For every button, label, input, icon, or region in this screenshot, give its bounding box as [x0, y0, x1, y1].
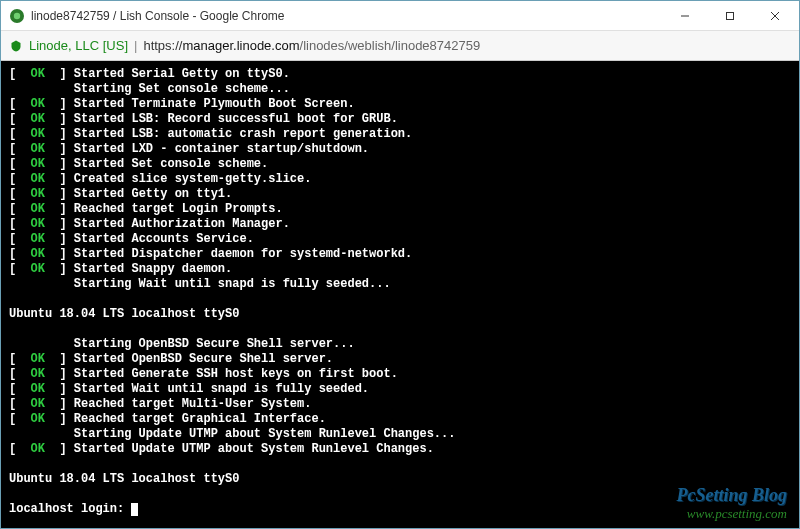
- svg-rect-3: [726, 12, 733, 19]
- terminal-line: [ OK ] Started Generate SSH host keys on…: [9, 367, 791, 382]
- terminal-line: [ OK ] Started Accounts Service.: [9, 232, 791, 247]
- terminal-line: Starting OpenBSD Secure Shell server...: [9, 337, 791, 352]
- terminal-line: [ OK ] Started Terminate Plymouth Boot S…: [9, 97, 791, 112]
- terminal-line: [ OK ] Reached target Graphical Interfac…: [9, 412, 791, 427]
- terminal-line: Starting Update UTMP about System Runlev…: [9, 427, 791, 442]
- terminal-line: [9, 487, 791, 502]
- terminal-line: [ OK ] Started Set console scheme.: [9, 157, 791, 172]
- terminal-line: [ OK ] Started LXD - container startup/s…: [9, 142, 791, 157]
- svg-point-1: [14, 12, 20, 18]
- window-titlebar: linode8742759 / Lish Console - Google Ch…: [1, 1, 799, 31]
- terminal-line: [ OK ] Started Update UTMP about System …: [9, 442, 791, 457]
- terminal-line: [ OK ] Started LSB: automatic crash repo…: [9, 127, 791, 142]
- terminal-line: [9, 292, 791, 307]
- lock-icon: [9, 39, 23, 53]
- window-controls: [662, 1, 797, 30]
- close-button[interactable]: [752, 1, 797, 30]
- terminal-line: [ OK ] Started OpenBSD Secure Shell serv…: [9, 352, 791, 367]
- terminal-line: Starting Wait until snapd is fully seede…: [9, 277, 791, 292]
- terminal-line: Ubuntu 18.04 LTS localhost ttyS0: [9, 472, 791, 487]
- terminal-line: [ OK ] Created slice system-getty.slice.: [9, 172, 791, 187]
- terminal-line: [9, 457, 791, 472]
- address-bar[interactable]: Linode, LLC [US] | https://manager.linod…: [1, 31, 799, 61]
- terminal-line: [ OK ] Started Dispatcher daemon for sys…: [9, 247, 791, 262]
- cursor: [131, 503, 138, 516]
- ev-cert-label: Linode, LLC [US]: [29, 38, 128, 53]
- terminal-line: [ OK ] Started LSB: Record successful bo…: [9, 112, 791, 127]
- terminal-line: Starting Set console scheme...: [9, 82, 791, 97]
- terminal-line: Ubuntu 18.04 LTS localhost ttyS0: [9, 307, 791, 322]
- minimize-button[interactable]: [662, 1, 707, 30]
- app-icon: [9, 8, 25, 24]
- terminal-line: localhost login:: [9, 502, 791, 517]
- window-title: linode8742759 / Lish Console - Google Ch…: [31, 9, 662, 23]
- terminal-line: [ OK ] Reached target Multi-User System.: [9, 397, 791, 412]
- terminal-line: [ OK ] Started Snappy daemon.: [9, 262, 791, 277]
- terminal-line: [ OK ] Started Authorization Manager.: [9, 217, 791, 232]
- terminal-line: [ OK ] Reached target Login Prompts.: [9, 202, 791, 217]
- terminal-line: [ OK ] Started Serial Getty on ttyS0.: [9, 67, 791, 82]
- terminal-line: [ OK ] Started Getty on tty1.: [9, 187, 791, 202]
- url-text: https://manager.linode.com/linodes/webli…: [143, 38, 480, 53]
- terminal-output[interactable]: [ OK ] Started Serial Getty on ttyS0. St…: [1, 61, 799, 528]
- terminal-line: [9, 322, 791, 337]
- url-separator: |: [134, 38, 137, 53]
- maximize-button[interactable]: [707, 1, 752, 30]
- terminal-line: [ OK ] Started Wait until snapd is fully…: [9, 382, 791, 397]
